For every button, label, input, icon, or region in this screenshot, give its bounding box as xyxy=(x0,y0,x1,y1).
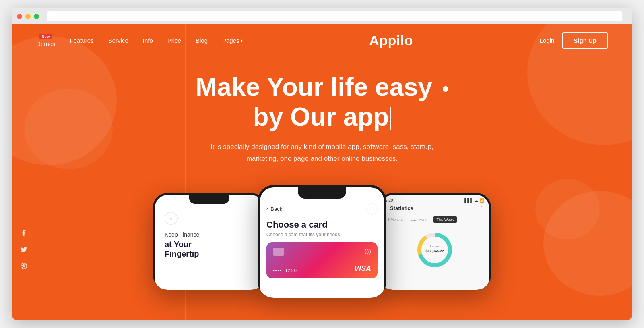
card-number: •••• 8250 xyxy=(273,268,297,273)
phone-right: 9:20 ▌▌▌ ☁ 📶 Statistics ⋮ 6 Months Last … xyxy=(378,193,491,290)
nav-item-pages[interactable]: Pages ▾ xyxy=(222,37,243,44)
site-logo[interactable]: Appilo xyxy=(243,33,540,48)
hero-section: Make Your life easy by Our app It is spe… xyxy=(12,56,632,165)
chevron-down-icon: ▾ xyxy=(241,38,243,43)
close-dot[interactable] xyxy=(17,14,22,19)
phones-showcase: ‹ Keep Finance at YourFingertip ‹ Back xyxy=(12,185,632,298)
nav-item-service[interactable]: Service xyxy=(108,37,128,44)
phone-left: ‹ Keep Finance at YourFingertip xyxy=(153,193,266,290)
phone-left-subtitle: at YourFingertip xyxy=(165,239,199,259)
phone-center-card-title: Choose a card xyxy=(260,218,384,232)
nav-right: Login Sign Up xyxy=(540,32,608,49)
phone-stats-title: Statistics xyxy=(385,203,418,213)
hero-title: Make Your life easy by Our app xyxy=(20,73,624,132)
svg-text:$12,345.22: $12,345.22 xyxy=(425,249,444,253)
minimize-dot[interactable] xyxy=(25,14,31,19)
maximize-dot[interactable] xyxy=(34,14,39,19)
svg-text:Income: Income xyxy=(430,245,440,248)
phone-center: ‹ Back ··· Choose a card Choose a card t… xyxy=(258,185,386,298)
social-sidebar xyxy=(20,229,27,272)
twitter-icon[interactable] xyxy=(20,246,27,255)
phone-left-title: Keep Finance xyxy=(165,231,199,238)
browser-toolbar xyxy=(12,8,632,24)
phone-notch-center xyxy=(298,187,346,199)
phone-left-inner: ‹ Keep Finance at YourFingertip xyxy=(155,195,264,290)
phone-notch-left xyxy=(189,195,229,204)
tab-6months[interactable]: 6 Months xyxy=(384,216,406,223)
nav-item-demos[interactable]: New Demos xyxy=(36,34,56,47)
nav-item-blog[interactable]: Blog xyxy=(196,37,208,44)
nav-item-features[interactable]: Features xyxy=(70,37,94,44)
phone-status-bar: 9:20 ▌▌▌ ☁ 📶 xyxy=(380,195,489,203)
credit-card: ))) •••• 8250 VISA xyxy=(266,242,378,278)
hero-subtitle: It is specially designed for any kind of… xyxy=(201,141,443,165)
back-button-left[interactable]: ‹ xyxy=(165,212,178,225)
nav-item-info[interactable]: Info xyxy=(143,37,153,44)
nav-item-price[interactable]: Price xyxy=(167,37,181,44)
navbar: New Demos Features Service Info Price xyxy=(12,24,632,56)
address-bar[interactable] xyxy=(47,11,622,21)
stats-tabs: 6 Months Last Month This Week xyxy=(384,216,485,223)
nav-left: New Demos Features Service Info Price xyxy=(36,34,243,47)
signup-button[interactable]: Sign Up xyxy=(562,32,608,49)
phone-back-row: ‹ Back xyxy=(266,206,282,212)
hero-dot-decoration xyxy=(443,86,448,92)
donut-chart: Income $12,345.22 xyxy=(415,230,455,270)
card-chip xyxy=(273,248,284,256)
phone-stats-menu[interactable]: ⋮ xyxy=(479,205,484,211)
login-link[interactable]: Login xyxy=(540,37,555,44)
cursor-blink xyxy=(390,107,391,131)
phone-right-inner: 9:20 ▌▌▌ ☁ 📶 Statistics ⋮ 6 Months Last … xyxy=(380,195,489,290)
new-badge: New xyxy=(39,34,52,39)
phone-center-inner: ‹ Back ··· Choose a card Choose a card t… xyxy=(260,187,384,298)
dribbble-icon[interactable] xyxy=(20,262,27,272)
card-contactless-icon: ))) xyxy=(365,248,371,255)
facebook-icon[interactable] xyxy=(20,229,27,239)
tab-thisweek[interactable]: This Week xyxy=(433,216,457,223)
card-bottom: •••• 8250 VISA xyxy=(273,264,371,273)
phone-left-content: ‹ Keep Finance at YourFingertip xyxy=(155,204,264,267)
phone-center-header: ‹ Back ··· xyxy=(260,199,384,218)
phone-menu-icon[interactable]: ··· xyxy=(366,203,378,215)
card-brand: VISA xyxy=(354,264,371,273)
page-content: New Demos Features Service Info Price xyxy=(12,24,632,320)
donut-chart-container: Income $12,345.22 xyxy=(380,226,489,274)
tab-lastmonth[interactable]: Last Month xyxy=(407,216,432,223)
phone-center-card-subtitle: Choose a card that fits your needs. xyxy=(260,232,384,242)
